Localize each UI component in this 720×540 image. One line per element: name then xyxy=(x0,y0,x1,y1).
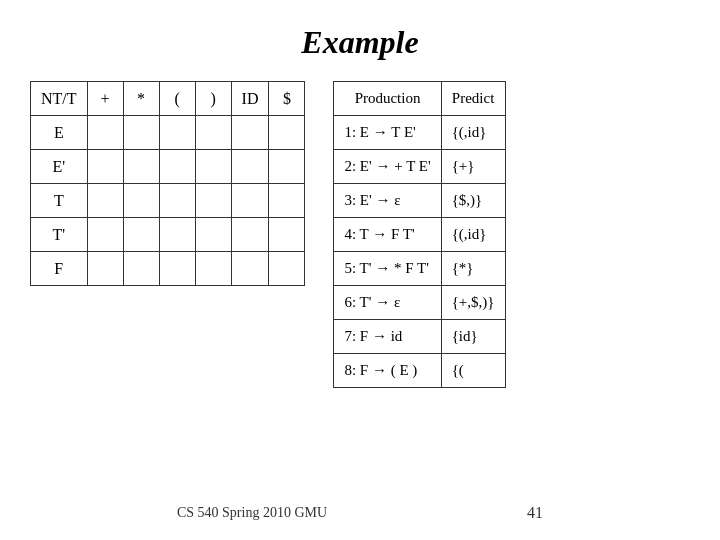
parse-nt-header: NT/T xyxy=(31,82,88,116)
parse-cell-1-6 xyxy=(269,150,305,184)
parse-cell-1-0: E' xyxy=(31,150,88,184)
parse-col-header-$: $ xyxy=(269,82,305,116)
parse-table-body: EE'TT'F xyxy=(31,116,305,286)
parse-table: NT/T+*()ID$ EE'TT'F xyxy=(30,81,305,286)
parse-cell-2-6 xyxy=(269,184,305,218)
parse-cell-3-1 xyxy=(87,218,123,252)
production-text: 4: T → F T' xyxy=(334,218,441,252)
production-row: 6: T' → ε{+,$,)} xyxy=(334,286,505,320)
parse-cell-2-0: T xyxy=(31,184,88,218)
production-row: 5: T' → * F T'{*} xyxy=(334,252,505,286)
production-table-body: 1: E → T E'{(,id}2: E' → + T E'{+}3: E' … xyxy=(334,116,505,388)
parse-cell-0-5 xyxy=(231,116,269,150)
predict-text: {+,$,)} xyxy=(441,286,505,320)
parse-cell-4-5 xyxy=(231,252,269,286)
production-row: 3: E' → ε{$,)} xyxy=(334,184,505,218)
parse-cell-4-0: F xyxy=(31,252,88,286)
parse-cell-0-2 xyxy=(123,116,159,150)
parse-cell-1-2 xyxy=(123,150,159,184)
parse-table-row: F xyxy=(31,252,305,286)
production-col-header: Production xyxy=(334,82,441,116)
parse-table-row: E' xyxy=(31,150,305,184)
parse-cell-2-1 xyxy=(87,184,123,218)
footer-page: 41 xyxy=(527,504,543,522)
production-row: 7: F → id{id} xyxy=(334,320,505,354)
parse-cell-3-5 xyxy=(231,218,269,252)
parse-cell-4-3 xyxy=(159,252,195,286)
parse-cell-0-4 xyxy=(195,116,231,150)
production-row: 1: E → T E'{(,id} xyxy=(334,116,505,150)
predict-text: {$,)} xyxy=(441,184,505,218)
parse-cell-3-2 xyxy=(123,218,159,252)
parse-cell-3-4 xyxy=(195,218,231,252)
predict-text: {( xyxy=(441,354,505,388)
parse-cell-2-3 xyxy=(159,184,195,218)
predict-text: {(,id} xyxy=(441,218,505,252)
parse-cell-2-5 xyxy=(231,184,269,218)
production-row: 4: T → F T'{(,id} xyxy=(334,218,505,252)
production-text: 5: T' → * F T' xyxy=(334,252,441,286)
parse-col-header-): ) xyxy=(195,82,231,116)
production-row: 2: E' → + T E'{+} xyxy=(334,150,505,184)
production-text: 6: T' → ε xyxy=(334,286,441,320)
parse-col-header-+: + xyxy=(87,82,123,116)
production-text: 7: F → id xyxy=(334,320,441,354)
page-title: Example xyxy=(0,0,720,61)
production-text: 3: E' → ε xyxy=(334,184,441,218)
production-table-header: Production Predict xyxy=(334,82,505,116)
main-content: NT/T+*()ID$ EE'TT'F Production Predict 1… xyxy=(0,81,720,388)
parse-col-header-*: * xyxy=(123,82,159,116)
production-text: 1: E → T E' xyxy=(334,116,441,150)
predict-col-header: Predict xyxy=(441,82,505,116)
predict-text: {+} xyxy=(441,150,505,184)
parse-cell-0-3 xyxy=(159,116,195,150)
parse-cell-0-6 xyxy=(269,116,305,150)
parse-cell-4-2 xyxy=(123,252,159,286)
parse-cell-1-4 xyxy=(195,150,231,184)
predict-text: {(,id} xyxy=(441,116,505,150)
production-row: 8: F → ( E ){( xyxy=(334,354,505,388)
parse-table-row: E xyxy=(31,116,305,150)
footer-course: CS 540 Spring 2010 GMU xyxy=(177,505,327,521)
parse-cell-1-3 xyxy=(159,150,195,184)
parse-table-header: NT/T+*()ID$ xyxy=(31,82,305,116)
parse-cell-0-1 xyxy=(87,116,123,150)
parse-table-row: T' xyxy=(31,218,305,252)
production-table: Production Predict 1: E → T E'{(,id}2: E… xyxy=(333,81,505,388)
parse-cell-3-6 xyxy=(269,218,305,252)
parse-cell-1-5 xyxy=(231,150,269,184)
production-text: 2: E' → + T E' xyxy=(334,150,441,184)
parse-cell-1-1 xyxy=(87,150,123,184)
parse-cell-3-0: T' xyxy=(31,218,88,252)
predict-text: {id} xyxy=(441,320,505,354)
production-text: 8: F → ( E ) xyxy=(334,354,441,388)
parse-col-header-ID: ID xyxy=(231,82,269,116)
parse-col-header-(: ( xyxy=(159,82,195,116)
footer: CS 540 Spring 2010 GMU 41 xyxy=(0,504,720,522)
parse-table-row: T xyxy=(31,184,305,218)
parse-cell-0-0: E xyxy=(31,116,88,150)
parse-cell-2-4 xyxy=(195,184,231,218)
parse-cell-2-2 xyxy=(123,184,159,218)
predict-text: {*} xyxy=(441,252,505,286)
parse-cell-4-4 xyxy=(195,252,231,286)
parse-cell-4-1 xyxy=(87,252,123,286)
parse-cell-4-6 xyxy=(269,252,305,286)
parse-cell-3-3 xyxy=(159,218,195,252)
